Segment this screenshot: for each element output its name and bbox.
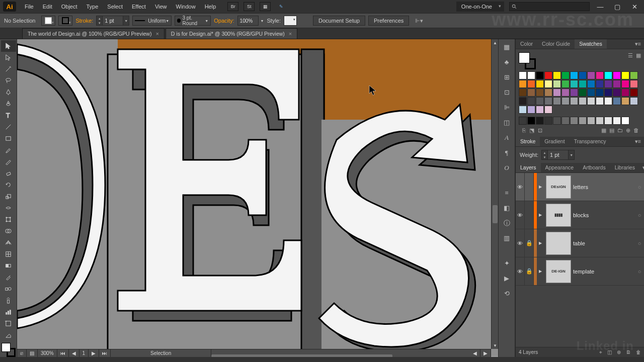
swatch[interactable]: [544, 88, 552, 97]
swatch[interactable]: [579, 117, 587, 125]
swatch[interactable]: [587, 88, 595, 97]
css-icon[interactable]: ≡: [502, 188, 512, 198]
swatch[interactable]: [561, 80, 570, 88]
swatch[interactable]: [630, 80, 638, 88]
swatch[interactable]: [579, 71, 587, 79]
swatch[interactable]: [536, 117, 544, 125]
brush-dropdown[interactable]: 3 pt. Round▼: [175, 16, 211, 26]
new-color-group-icon[interactable]: ▦: [600, 127, 608, 134]
swatch[interactable]: [604, 88, 612, 97]
swatch[interactable]: [527, 117, 535, 125]
swatch[interactable]: [544, 117, 552, 125]
swatch[interactable]: [579, 88, 587, 97]
line-tool[interactable]: [1, 121, 16, 133]
minimize-button[interactable]: —: [594, 2, 607, 11]
lock-toggle[interactable]: [525, 201, 534, 229]
swatch[interactable]: [570, 71, 578, 79]
swatch[interactable]: [579, 80, 587, 88]
scale-tool[interactable]: [1, 191, 16, 202]
new-sublayer-icon[interactable]: ⊕: [617, 349, 621, 355]
swatch[interactable]: [630, 97, 638, 105]
stock-icon[interactable]: St: [244, 2, 255, 11]
swatch[interactable]: [613, 97, 621, 105]
opacity-input[interactable]: [237, 16, 259, 26]
expand-layer-icon[interactable]: ▶: [537, 241, 544, 245]
swatch[interactable]: [536, 106, 544, 114]
target-icon[interactable]: ○: [635, 240, 644, 246]
artboard-last[interactable]: ⏭: [99, 349, 111, 357]
swatch[interactable]: [553, 71, 561, 79]
stroke-profile-dropdown[interactable]: Uniform▼: [132, 16, 172, 26]
panel-tab-libraries[interactable]: Libraries: [610, 163, 639, 172]
swatch[interactable]: [536, 71, 544, 79]
swatch[interactable]: [570, 88, 578, 97]
lasso-tool[interactable]: [1, 75, 16, 86]
rectangle-tool[interactable]: [1, 133, 16, 144]
layer-row[interactable]: 👁🔒▶table○: [516, 229, 644, 257]
swatch[interactable]: [613, 71, 621, 79]
swatch[interactable]: [561, 97, 570, 105]
layer-name[interactable]: table: [573, 240, 635, 246]
pathfinder-icon[interactable]: ◫: [502, 118, 512, 128]
swatch[interactable]: [553, 80, 561, 88]
swatch[interactable]: [579, 97, 587, 105]
artboard-presets-icon[interactable]: ▤: [27, 349, 38, 357]
info-icon[interactable]: ⓘ: [502, 218, 512, 228]
make-clipping-mask-icon[interactable]: ◫: [607, 349, 612, 355]
swatch[interactable]: [630, 71, 638, 79]
panel-tab-color-guide[interactable]: Color Guide: [537, 39, 575, 49]
swatch[interactable]: [536, 97, 544, 105]
new-folder-icon[interactable]: 🗀: [616, 127, 624, 134]
visibility-toggle[interactable]: 👁: [516, 201, 525, 229]
lock-toggle[interactable]: [525, 173, 534, 201]
swatch[interactable]: [613, 117, 621, 125]
swatch[interactable]: [596, 80, 604, 88]
swatch[interactable]: [621, 117, 629, 125]
swatch[interactable]: [544, 106, 552, 114]
swatch[interactable]: [570, 97, 578, 105]
swatch[interactable]: [553, 117, 561, 125]
close-tab-icon[interactable]: ×: [289, 31, 292, 37]
gpu-icon[interactable]: ⎚: [17, 349, 27, 357]
slice-tool[interactable]: [1, 329, 16, 341]
panel-tab-layers[interactable]: Layers: [516, 163, 541, 172]
swatch[interactable]: [519, 88, 527, 97]
visibility-toggle[interactable]: 👁: [516, 229, 525, 257]
vertical-scrollbar[interactable]: ▲▼: [491, 39, 498, 349]
panel-tab-gradient[interactable]: Gradient: [540, 137, 569, 146]
search-box[interactable]: [509, 2, 590, 11]
menu-select[interactable]: Select: [103, 2, 127, 12]
visibility-toggle[interactable]: 👁: [516, 257, 525, 285]
swatch[interactable]: [527, 71, 535, 79]
swatch[interactable]: [570, 117, 578, 125]
character-icon[interactable]: A: [502, 133, 512, 143]
paintbrush-tool[interactable]: [1, 144, 16, 156]
stroke-swatch[interactable]: [58, 16, 72, 26]
swatch[interactable]: [596, 88, 604, 97]
graphic-style-dropdown[interactable]: [284, 16, 297, 26]
lock-toggle[interactable]: 🔒: [525, 229, 534, 257]
swatch-fill-stroke[interactable]: [519, 52, 536, 69]
document-tab[interactable]: The world of Design.ai @ 100% (RGB/GPU P…: [22, 28, 165, 39]
new-swatch-group-icon[interactable]: ▤: [608, 127, 616, 134]
swatch[interactable]: [604, 97, 612, 105]
document-tab[interactable]: D is for Design.ai* @ 300% (RGB/GPU Prev…: [166, 28, 297, 39]
swatch[interactable]: [553, 88, 561, 97]
close-tab-icon[interactable]: ×: [155, 31, 158, 37]
swatch[interactable]: [519, 80, 527, 88]
layer-row[interactable]: 👁▶DEsiGNletters○: [516, 173, 644, 201]
expand-layer-icon[interactable]: ▶: [537, 269, 544, 274]
panel-tab-appearance[interactable]: Appearance: [541, 163, 579, 172]
maximize-button[interactable]: ▢: [611, 2, 624, 11]
links-icon[interactable]: ⟲: [502, 289, 512, 299]
delete-swatch-icon[interactable]: 🗑: [632, 127, 640, 134]
stroke-weight-field[interactable]: ▲▼ ▼: [96, 16, 129, 26]
panel-tab-color[interactable]: Color: [516, 39, 537, 49]
menu-edit[interactable]: Edit: [38, 2, 57, 12]
asset-export-icon[interactable]: ▥: [502, 233, 512, 243]
selection-tool[interactable]: [1, 40, 16, 52]
swatch-libraries-icon[interactable]: ⎘: [520, 127, 528, 134]
swatch[interactable]: [621, 80, 629, 88]
panel-menu-icon[interactable]: ▾≡: [632, 137, 644, 146]
layer-name[interactable]: template: [573, 268, 635, 275]
